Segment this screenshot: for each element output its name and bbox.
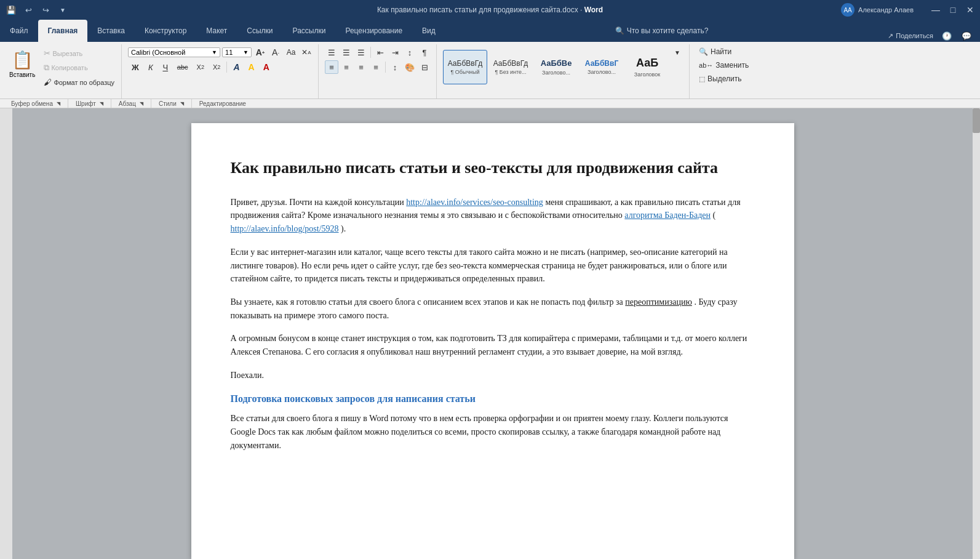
style-heading1[interactable]: АаБбВе Заголово...: [534, 50, 578, 84]
style-normal[interactable]: АаБбВвГд ¶ Обычный: [443, 50, 487, 84]
paragraph-5: Поехали.: [231, 369, 755, 382]
paste-icon: 📋: [12, 50, 33, 70]
redo-btn[interactable]: ↪: [39, 4, 52, 16]
font-size-selector[interactable]: 11 ▼: [222, 47, 252, 57]
align-center-button[interactable]: ≡: [340, 60, 353, 74]
increase-indent-button[interactable]: ⇥: [388, 46, 402, 59]
user-avatar: АА: [841, 3, 855, 17]
save-quick-btn[interactable]: 💾: [5, 4, 17, 16]
cut-button[interactable]: ✂ Вырезать: [41, 47, 118, 60]
select-icon: ⬚: [699, 75, 705, 83]
justify-button[interactable]: ≡: [369, 60, 383, 74]
shading-button[interactable]: 🎨: [403, 60, 416, 74]
styles-expand-button[interactable]: ▼: [671, 47, 684, 58]
text-effects-button[interactable]: A: [229, 60, 243, 74]
multilevel-list-button[interactable]: ☰: [354, 46, 368, 59]
font-expand-icon: ◥: [100, 101, 103, 107]
minimize-button[interactable]: —: [931, 5, 941, 15]
tab-file[interactable]: Файл: [0, 20, 38, 42]
replace-icon: ab↔: [699, 62, 713, 69]
scrollbar-thumb[interactable]: [973, 108, 980, 133]
align-right-button[interactable]: ≡: [354, 60, 368, 74]
select-button[interactable]: ⬚ Выделить: [696, 73, 752, 85]
tab-review[interactable]: Рецензирование: [335, 20, 412, 42]
sort-button[interactable]: ↕: [403, 46, 416, 59]
format-painter-button[interactable]: 🖌 Формат по образцу: [41, 76, 118, 89]
bullets-button[interactable]: ☰: [325, 46, 338, 59]
paragraph-1: Привет, друзья. Почти на каждой консульт…: [231, 196, 755, 236]
grow-font-button[interactable]: A+: [253, 46, 267, 59]
scissors-icon: ✂: [44, 49, 50, 58]
superscript-button[interactable]: X2: [209, 60, 224, 74]
style-heading3[interactable]: АаБ Заголовок: [625, 50, 669, 84]
undo-btn[interactable]: ↩: [22, 4, 34, 16]
line-spacing-button[interactable]: ↕: [388, 60, 402, 74]
tab-design[interactable]: Конструктор: [135, 20, 196, 42]
style-no-spacing[interactable]: АаБбВвГд ¶ Без инте...: [488, 50, 533, 84]
customize-qat-btn[interactable]: ▼: [57, 4, 69, 16]
clipboard-expand-icon: ◥: [57, 101, 60, 107]
clear-format-button[interactable]: ✕A: [300, 46, 313, 59]
styles-expand-icon: ◥: [180, 101, 184, 107]
strikethrough-button[interactable]: abc: [173, 60, 192, 74]
paragraph-group-label[interactable]: Абзац ◥: [111, 99, 151, 108]
replace-button[interactable]: ab↔ Заменить: [696, 59, 752, 71]
highlight-button[interactable]: A: [245, 60, 258, 74]
font-color-button[interactable]: A: [260, 60, 273, 74]
decrease-indent-button[interactable]: ⇤: [373, 46, 387, 59]
shrink-font-button[interactable]: A-: [269, 46, 282, 59]
paragraph-expand-icon: ◥: [140, 101, 143, 107]
section-heading-2: Подготовка поисковых запросов для написа…: [231, 392, 755, 407]
window-title: Как правильно писать статьи для продвиже…: [377, 6, 603, 14]
bold-button[interactable]: Ж: [128, 60, 143, 74]
share-button[interactable]: ↗Поделиться: [888, 32, 933, 40]
maximize-button[interactable]: □: [948, 5, 958, 15]
tab-insert[interactable]: Вставка: [87, 20, 135, 42]
editing-group-label: Редактирование: [192, 99, 253, 108]
copy-button[interactable]: ⧉ Копировать: [41, 61, 118, 74]
border-button[interactable]: ⊟: [418, 60, 431, 74]
tab-view[interactable]: Вид: [412, 20, 445, 42]
underline-button[interactable]: Ч: [159, 60, 172, 74]
tab-search[interactable]: 🔍 Что вы хотите сделать?: [605, 20, 721, 42]
font-name-selector[interactable]: Calibri (Основной ▼: [128, 47, 220, 57]
clipboard-group-label[interactable]: Буфер обмена ◥: [4, 99, 68, 108]
tab-references[interactable]: Ссылки: [237, 20, 282, 42]
font-group-label[interactable]: Шрифт ◥: [68, 99, 111, 108]
align-left-button[interactable]: ≡: [325, 60, 338, 74]
close-button[interactable]: ✕: [965, 5, 975, 15]
paragraph-4: А огромным бонусом в конце станет инстру…: [231, 332, 755, 358]
paragraph-2: Если у вас интернет-магазин или каталог,…: [231, 246, 755, 286]
style-heading2[interactable]: АаБбВвГ Заголово...: [580, 50, 624, 84]
tab-mailings[interactable]: Рассылки: [283, 20, 336, 42]
change-case-button[interactable]: Aa: [284, 46, 298, 59]
main-area: Как правильно писать статьи и seo-тексты…: [0, 108, 980, 559]
paste-button[interactable]: 📋 Вставить: [5, 44, 39, 84]
title-bar-left: 💾 ↩ ↪ ▼: [5, 4, 69, 16]
find-icon: 🔍: [699, 47, 708, 56]
left-sidebar: [0, 108, 12, 559]
scrollbar[interactable]: [973, 108, 980, 559]
link-overoptimization[interactable]: переоптимизацию: [625, 297, 692, 307]
ribbon-labels-row: Буфер обмена ◥ Шрифт ◥ Абзац ◥ Стили ◥ Р…: [0, 99, 980, 108]
document-area: Как правильно писать статьи и seo-тексты…: [12, 108, 973, 559]
subscript-button[interactable]: X2: [193, 60, 208, 74]
document-title: Как правильно писать статьи и seo-тексты…: [231, 158, 755, 179]
tab-layout[interactable]: Макет: [196, 20, 237, 42]
show-formatting-button[interactable]: ¶: [418, 46, 431, 59]
tab-home[interactable]: Главная: [38, 20, 88, 42]
italic-button[interactable]: К: [144, 60, 157, 74]
user-name: Александр Алаев: [858, 6, 914, 14]
title-bar-right: АА Александр Алаев — □ ✕: [841, 3, 975, 17]
find-button[interactable]: 🔍 Найти: [696, 46, 752, 58]
link-blog-post[interactable]: http://alaev.info/blog/post/5928: [231, 224, 339, 233]
comment-btn[interactable]: 💬: [960, 30, 973, 42]
document-page[interactable]: Как правильно писать статьи и seo-тексты…: [191, 123, 794, 559]
paragraph-last: Все статьи для своего блога я пишу в Wor…: [231, 412, 755, 452]
numbering-button[interactable]: ☰: [340, 46, 353, 59]
history-btn[interactable]: 🕐: [941, 30, 953, 42]
link-seo-consulting[interactable]: http://alaev.info/services/seo-consultin…: [406, 198, 543, 207]
paragraph-3: Вы узнаете, как я готовлю статьи для сво…: [231, 296, 755, 322]
link-baden-baden[interactable]: алгоритма Баден-Баден: [624, 211, 711, 220]
styles-group-label[interactable]: Стили ◥: [151, 99, 192, 108]
